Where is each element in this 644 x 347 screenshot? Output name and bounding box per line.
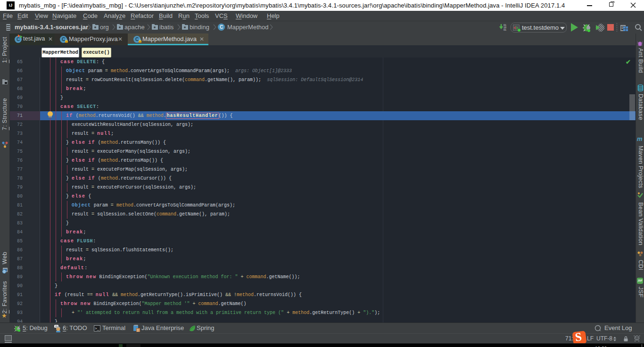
svg-text:01: 01	[504, 29, 506, 32]
